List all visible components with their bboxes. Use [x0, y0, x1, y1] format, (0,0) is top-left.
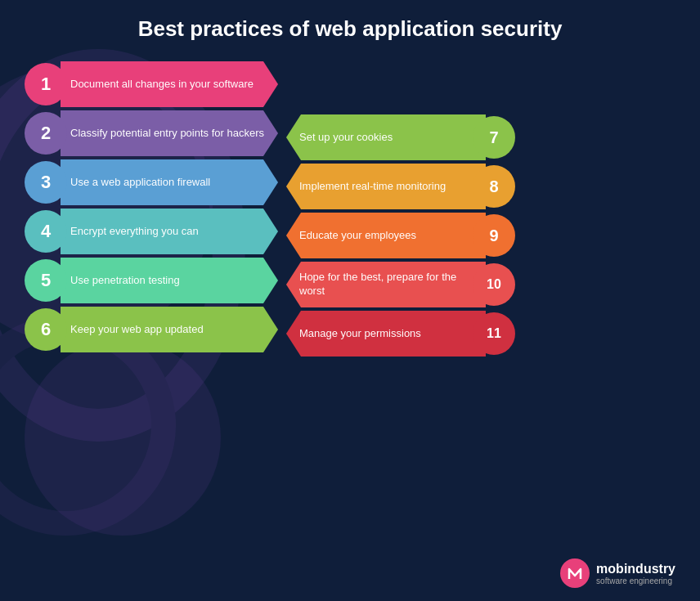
item-label-10: Hope for the best, prepare for the worst [286, 262, 486, 307]
left-column: 1 Document all changes in your software … [25, 61, 278, 356]
item-label-5: Use penetration testing [61, 258, 278, 303]
logo-subtitle: software engineering [596, 576, 675, 585]
list-item: Educate your employees 9 [286, 213, 515, 258]
list-item: 2 Classify potential entry points for ha… [25, 110, 278, 156]
item-label-9: Educate your employees [286, 213, 486, 258]
number-badge-8: 8 [473, 165, 515, 208]
number-badge-10: 10 [473, 263, 515, 306]
diagram: 1 Document all changes in your software … [25, 61, 675, 360]
number-badge-11: 11 [473, 312, 515, 355]
list-item: 4 Encrypt everything you can [25, 209, 278, 254]
item-label-7: Set up your cookies [286, 114, 486, 160]
logo-name: mobindustry [596, 562, 675, 576]
item-label-3: Use a web application firewall [61, 159, 278, 205]
number-badge-5: 5 [25, 259, 67, 302]
list-item: Hope for the best, prepare for the worst… [286, 262, 515, 307]
list-item: Implement real-time monitoring 8 [286, 164, 515, 209]
item-label-4: Encrypt everything you can [61, 209, 278, 254]
number-badge-2: 2 [25, 112, 67, 155]
list-item: 1 Document all changes in your software [25, 61, 278, 107]
item-label-6: Keep your web app updated [61, 307, 278, 352]
list-item: 5 Use penetration testing [25, 258, 278, 303]
number-badge-1: 1 [25, 63, 67, 105]
logo-icon [560, 558, 590, 588]
list-item: 6 Keep your web app updated [25, 307, 278, 352]
number-badge-7: 7 [473, 116, 515, 159]
number-badge-4: 4 [25, 210, 67, 253]
item-label-2: Classify potential entry points for hack… [61, 110, 278, 156]
number-badge-3: 3 [25, 161, 67, 204]
list-item: Set up your cookies 7 [286, 114, 515, 160]
main-container: Best practices of web application securi… [0, 0, 700, 368]
number-badge-9: 9 [473, 214, 515, 257]
list-item: Manage your permissions 11 [286, 311, 515, 357]
item-label-8: Implement real-time monitoring [286, 164, 486, 209]
page-title: Best practices of web application securi… [25, 16, 675, 42]
logo: mobindustry software engineering [560, 558, 675, 588]
logo-svg-icon [566, 564, 584, 582]
item-label-11: Manage your permissions [286, 311, 486, 357]
number-badge-6: 6 [25, 308, 67, 351]
right-column: Set up your cookies 7 Implement real-tim… [286, 114, 515, 360]
logo-text: mobindustry software engineering [596, 562, 675, 585]
list-item: 3 Use a web application firewall [25, 159, 278, 205]
item-label-1: Document all changes in your software [61, 61, 278, 107]
